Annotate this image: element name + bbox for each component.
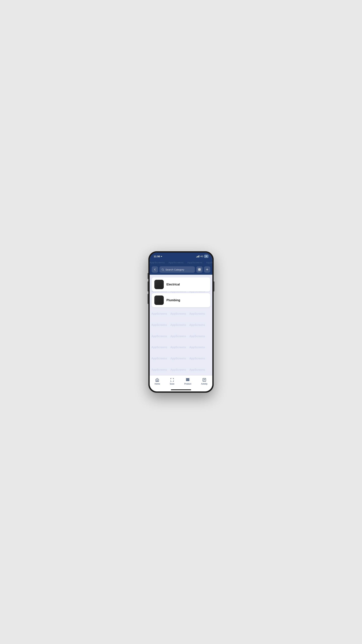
svg-rect-9: [187, 378, 188, 379]
power-button: [214, 282, 214, 292]
time-display: 11:50: [154, 255, 160, 258]
nav-item-activity[interactable]: Activity: [198, 376, 211, 386]
network-type: 4G: [200, 255, 203, 258]
mute-button: [148, 273, 148, 279]
svg-rect-14: [186, 380, 187, 381]
status-icons: 4G 36: [196, 255, 208, 258]
svg-rect-10: [189, 378, 189, 379]
scan-icon: [170, 378, 174, 382]
back-button[interactable]: [152, 266, 158, 273]
add-button[interactable]: [204, 266, 210, 273]
status-time: 11:50 ►: [154, 255, 163, 258]
home-icon: [155, 378, 159, 382]
home-nav-label: Home: [155, 383, 160, 385]
watermark-header: AppScreens AppScreens AppScreens AppScre…: [150, 260, 212, 265]
phone-frame: 11:50 ► 4G 36 AppScreens AppScreens AppS…: [148, 251, 214, 393]
volume-up-button: [148, 282, 148, 292]
nav-item-home[interactable]: Home: [151, 376, 163, 386]
list-view-button[interactable]: [196, 266, 203, 273]
list-view-icon: [198, 268, 201, 271]
search-icon: [161, 268, 164, 271]
svg-rect-8: [186, 378, 187, 379]
scan-nav-label: Scan: [170, 383, 174, 385]
top-bar: Search Category: [150, 265, 212, 275]
content-area: AppScreensAppScreensAppScreens AppScreen…: [150, 275, 212, 375]
nav-item-scan[interactable]: Scan: [166, 376, 178, 386]
category-list: Electrical Plumbing: [152, 278, 210, 307]
svg-rect-11: [186, 379, 187, 380]
svg-line-1: [163, 270, 164, 271]
category-item-electrical[interactable]: Electrical: [152, 278, 210, 292]
electrical-icon: [154, 280, 164, 289]
home-indicator: [150, 388, 212, 392]
product-nav-label: Product: [184, 383, 191, 385]
status-bar: 11:50 ► 4G 36: [150, 252, 212, 260]
activity-icon: [202, 378, 206, 382]
volume-down-button: [148, 294, 148, 304]
watermark-text: AppScreens AppScreens AppScreens AppScre…: [150, 261, 212, 264]
product-icon: [186, 378, 190, 382]
electrical-label: Electrical: [166, 283, 180, 286]
plumbing-icon: [154, 296, 164, 305]
add-icon: [205, 268, 209, 271]
phone-screen: 11:50 ► 4G 36 AppScreens AppScreens AppS…: [150, 252, 212, 392]
svg-rect-3: [200, 268, 201, 270]
battery-indicator: 36: [204, 255, 208, 258]
back-icon: [153, 268, 157, 271]
svg-rect-4: [198, 270, 199, 271]
nav-item-product[interactable]: Product: [181, 376, 194, 386]
home-bar: [171, 390, 191, 390]
activity-nav-label: Activity: [201, 383, 207, 385]
svg-rect-5: [200, 270, 201, 271]
bottom-nav: Home Scan: [150, 375, 212, 388]
svg-rect-15: [187, 380, 188, 381]
search-placeholder-text: Search Category: [165, 268, 184, 271]
svg-rect-2: [198, 268, 199, 270]
category-item-plumbing[interactable]: Plumbing: [152, 293, 210, 307]
svg-rect-12: [187, 379, 188, 380]
location-arrow-icon: ►: [161, 255, 163, 257]
svg-rect-13: [189, 379, 189, 380]
search-category-bar[interactable]: Search Category: [159, 266, 195, 273]
signal-icon: [196, 255, 199, 258]
svg-rect-16: [189, 380, 189, 381]
plumbing-label: Plumbing: [166, 298, 180, 302]
